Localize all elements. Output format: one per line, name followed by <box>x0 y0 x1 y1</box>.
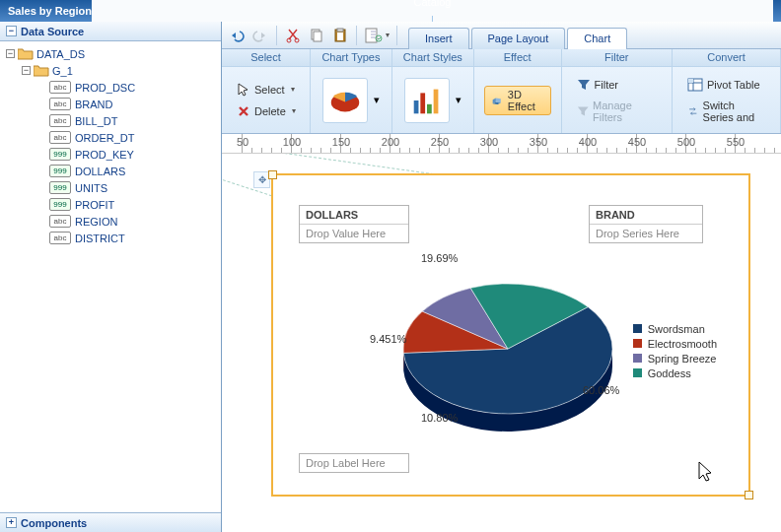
ribbon-group-select: Select Select▾ Delete▾ <box>222 49 311 133</box>
legend-item: Goddess <box>633 366 717 380</box>
tree-field[interactable]: abcREGION <box>4 213 221 230</box>
tree-root[interactable]: − DATA_DS <box>4 45 221 62</box>
collapse-icon[interactable]: − <box>6 26 17 36</box>
ribbon-group-effect: Effect 3D Effect <box>474 49 562 133</box>
cut-button[interactable] <box>282 25 304 46</box>
ribbon-group-chart-types: Chart Types ▾ <box>311 49 392 133</box>
chevron-down-icon[interactable]: ▾ <box>456 94 462 106</box>
pct-label: 60.06% <box>583 384 619 396</box>
editor-area: ▾ Insert Page Layout Chart Select Select… <box>222 22 781 532</box>
chart-object[interactable]: ✥ DOLLARS Drop Value Here BRAND Drop Ser… <box>271 173 750 497</box>
drop-label-zone[interactable]: Drop Label Here <box>299 453 409 473</box>
expand-icon[interactable]: − <box>22 66 31 75</box>
chevron-down-icon[interactable]: ▾ <box>374 94 380 106</box>
ribbon-group-title: Chart Styles <box>392 49 473 67</box>
title-bar: Sales by Region Home | Catalog | O <box>0 0 781 22</box>
field-type-icon: 999 <box>49 198 71 211</box>
app-title: Sales by Region <box>8 5 92 17</box>
ruler-tick: 400 <box>587 134 588 154</box>
ruler-tick: 300 <box>488 134 489 154</box>
paste-button[interactable] <box>329 25 351 46</box>
drop-series-zone[interactable]: BRAND Drop Series Here <box>589 205 703 243</box>
tree-field[interactable]: 999PROD_KEY <box>4 146 221 163</box>
ribbon-group-convert: Convert Pivot Table Switch Series and <box>673 49 781 133</box>
side-panel: − Data Source − DATA_DS − G_1 abcPROD_DS… <box>0 22 222 532</box>
legend-item: Swordsman <box>633 321 717 336</box>
ribbon-group-title: Chart Types <box>311 49 391 67</box>
field-label: PROD_KEY <box>75 149 134 161</box>
svg-rect-10 <box>414 100 419 113</box>
svg-rect-11 <box>420 93 425 113</box>
legend-label: Spring Breeze <box>648 353 717 365</box>
filter-button[interactable]: Filter <box>570 75 625 95</box>
ruler-tick: 450 <box>636 134 637 154</box>
pct-label: 19.69% <box>421 252 458 264</box>
delete-button[interactable]: Delete▾ <box>230 101 303 121</box>
legend-item: Spring Breeze <box>633 351 717 366</box>
field-label: PROFIT <box>75 199 114 211</box>
tree-group[interactable]: − G_1 <box>4 62 221 79</box>
svg-rect-7 <box>366 29 377 42</box>
components-header[interactable]: + Components <box>0 512 221 532</box>
field-type-icon: abc <box>49 81 71 94</box>
svg-rect-15 <box>688 79 693 83</box>
chart-styles-button[interactable] <box>404 78 450 123</box>
tree-field[interactable]: abcORDER_DT <box>4 129 221 146</box>
tab-chart[interactable]: Chart <box>567 28 627 49</box>
resize-handle[interactable] <box>745 491 753 499</box>
data-source-header[interactable]: − Data Source <box>0 22 221 41</box>
tree-field[interactable]: abcPROD_DSC <box>4 79 221 96</box>
tree-field[interactable]: 999UNITS <box>4 179 221 196</box>
tree-field[interactable]: abcBILL_DT <box>4 112 221 129</box>
field-label: DOLLARS <box>75 166 125 177</box>
tree-field[interactable]: 999DOLLARS <box>4 163 221 179</box>
drop-value-title: DOLLARS <box>300 206 408 225</box>
pct-label: 10.80% <box>421 412 458 424</box>
drop-value-zone[interactable]: DOLLARS Drop Value Here <box>299 205 409 243</box>
3d-effect-button[interactable]: 3D Effect <box>484 86 551 115</box>
nav-catalog[interactable]: Catalog <box>414 0 452 8</box>
components-title: Components <box>21 517 87 529</box>
field-type-icon: abc <box>49 232 71 244</box>
legend-swatch <box>633 324 642 333</box>
chart-types-button[interactable] <box>322 78 368 123</box>
switch-series-button[interactable]: Switch Series and <box>680 97 772 126</box>
field-type-icon: abc <box>49 114 71 127</box>
ribbon-group-title: Filter <box>562 49 672 67</box>
toolbar: ▾ Insert Page Layout Chart <box>222 22 781 49</box>
ruler-tick: 550 <box>735 134 736 154</box>
data-source-title: Data Source <box>21 26 84 37</box>
page-setup-button[interactable]: ▾ <box>362 25 391 46</box>
tab-page-layout[interactable]: Page Layout <box>471 28 566 49</box>
tree-field[interactable]: abcBRAND <box>4 96 221 112</box>
expand-icon[interactable]: − <box>6 49 15 58</box>
svg-rect-5 <box>337 29 343 32</box>
toolbar-separator <box>356 26 357 45</box>
tree-field[interactable]: abcDISTRICT <box>4 230 221 246</box>
ruler-tick: 250 <box>439 134 440 154</box>
drop-label-hint: Drop Label Here <box>300 454 408 472</box>
field-type-icon: 999 <box>49 148 71 161</box>
redo-button[interactable] <box>249 25 271 46</box>
tab-insert[interactable]: Insert <box>408 28 469 49</box>
ribbon-group-title: Select <box>222 49 310 67</box>
chart-legend: SwordsmanElectrosmoothSpring BreezeGodde… <box>633 321 717 380</box>
legend-label: Swordsman <box>648 323 705 335</box>
pivot-table-button[interactable]: Pivot Table <box>680 75 767 95</box>
design-canvas[interactable]: ✥ DOLLARS Drop Value Here BRAND Drop Ser… <box>222 154 781 532</box>
undo-button[interactable] <box>226 25 248 46</box>
expand-icon[interactable]: + <box>6 517 17 528</box>
field-type-icon: abc <box>49 131 71 144</box>
manage-filters-button[interactable]: Manage Filters <box>570 97 664 126</box>
tree-group-label: G_1 <box>52 65 73 77</box>
tree-field[interactable]: 999PROFIT <box>4 196 221 213</box>
field-type-icon: 999 <box>49 165 71 177</box>
field-label: DISTRICT <box>75 233 125 244</box>
ribbon-group-title: Effect <box>474 49 561 67</box>
svg-rect-3 <box>314 32 321 41</box>
copy-button[interactable] <box>306 25 327 46</box>
resize-handle[interactable] <box>268 170 277 179</box>
ribbon-tabs: Insert Page Layout Chart <box>408 22 629 49</box>
legend-label: Goddess <box>648 367 691 379</box>
select-button[interactable]: Select▾ <box>230 80 302 100</box>
